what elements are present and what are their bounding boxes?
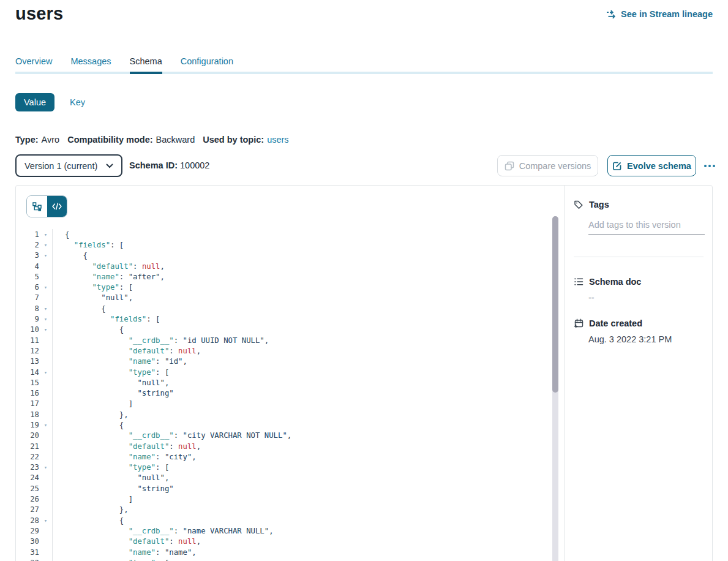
- code-content: {: [52, 250, 88, 261]
- code-content: "name": "name",: [52, 547, 197, 557]
- tag-icon: [574, 200, 584, 209]
- compare-versions-icon: [505, 161, 514, 171]
- code-content: "string": [52, 388, 174, 398]
- date-created-value: Aug. 3 2022 3:21 PM: [588, 334, 672, 344]
- code-line: 28▾ {: [16, 515, 552, 525]
- code-content: {: [52, 229, 69, 239]
- version-select-value: Version 1 (current): [24, 161, 97, 171]
- code-line: 9▾ "fields": [: [16, 314, 552, 324]
- code-line: 7 "null",: [16, 293, 552, 303]
- line-number: 28: [16, 516, 39, 525]
- fold-toggle-icon[interactable]: ▾: [39, 326, 52, 333]
- editor-view-toggle: [26, 195, 67, 217]
- fold-toggle-icon[interactable]: ▾: [39, 422, 52, 428]
- code-line: 26 ]: [16, 494, 552, 504]
- tab-underline-track: [15, 72, 713, 74]
- topic-link[interactable]: users: [267, 135, 288, 145]
- version-select[interactable]: Version 1 (current): [15, 154, 122, 177]
- line-number: 14: [16, 368, 39, 377]
- line-number: 21: [16, 442, 39, 451]
- line-number: 17: [16, 399, 39, 408]
- code-line: 13 "name": "id",: [16, 356, 552, 367]
- schema-meta-row: Type: Avro Compatibility mode: Backward …: [15, 135, 297, 145]
- code-line: 32▾ "type": [: [16, 557, 552, 561]
- add-tags-input[interactable]: [588, 217, 705, 235]
- line-number: 2: [16, 241, 39, 249]
- evolve-schema-button[interactable]: Evolve schema: [607, 155, 696, 176]
- schema-id-value: 100002: [180, 160, 209, 170]
- code-view-button[interactable]: [47, 196, 67, 217]
- fold-toggle-icon[interactable]: ▾: [39, 306, 52, 312]
- stream-lineage-label: See in Stream lineage: [621, 9, 713, 19]
- line-number: 32: [16, 559, 39, 561]
- tree-view-button[interactable]: [27, 196, 47, 217]
- value-tab-button[interactable]: Value: [15, 93, 54, 111]
- schema-code-editor[interactable]: 1▾{2▾ "fields": [3▾ {4 "default": null,5…: [16, 229, 552, 561]
- code-line: 19▾ {: [16, 420, 552, 430]
- code-line: 25 "string": [16, 483, 552, 494]
- fold-toggle-icon[interactable]: ▾: [39, 232, 52, 238]
- code-content: "default": null,: [52, 441, 201, 451]
- code-line: 24 "null",: [16, 473, 552, 483]
- tab-bar: Overview Messages Schema Configuration: [15, 54, 713, 74]
- compatibility-value: Backward: [156, 135, 195, 145]
- value-key-toggle: Value Key: [15, 93, 85, 111]
- line-number: 6: [16, 283, 39, 292]
- code-line: 3▾ {: [16, 250, 552, 261]
- line-number: 20: [16, 431, 39, 440]
- line-number: 23: [16, 463, 39, 472]
- line-number: 25: [16, 484, 39, 493]
- code-content: "fields": [: [52, 239, 124, 250]
- fold-toggle-icon[interactable]: ▾: [39, 252, 52, 258]
- evolve-schema-label: Evolve schema: [627, 161, 691, 171]
- line-number: 12: [16, 347, 39, 355]
- line-number: 29: [16, 527, 39, 535]
- stream-lineage-icon: [606, 10, 617, 19]
- stream-lineage-link[interactable]: See in Stream lineage: [606, 9, 713, 19]
- code-line: 22 "name": "city",: [16, 451, 552, 462]
- compare-versions-button[interactable]: Compare versions: [497, 155, 598, 176]
- code-line: 23▾ "type": [: [16, 462, 552, 473]
- code-content: "null",: [52, 293, 133, 303]
- code-line: 27 },: [16, 505, 552, 515]
- fold-toggle-icon[interactable]: ▾: [39, 369, 52, 375]
- tab-schema[interactable]: Schema: [130, 54, 162, 74]
- editor-scrollbar-thumb[interactable]: [552, 216, 558, 393]
- more-options-button[interactable]: [700, 155, 719, 176]
- line-number: 1: [16, 230, 39, 239]
- schema-doc-heading: Schema doc: [574, 277, 641, 287]
- code-line: 6▾ "type": [: [16, 282, 552, 292]
- code-content: "__crdb__": "name VARCHAR NULL",: [52, 525, 274, 536]
- code-line: 20 "__crdb__": "city VARCHAR NOT NULL",: [16, 431, 552, 441]
- line-number: 16: [16, 389, 39, 397]
- tags-divider: [574, 257, 704, 257]
- code-content: "name": "after",: [52, 271, 165, 282]
- calendar-add-icon: [574, 318, 584, 328]
- fold-toggle-icon[interactable]: ▾: [39, 316, 52, 322]
- code-content: {: [52, 303, 106, 314]
- schema-doc-value: --: [588, 293, 595, 303]
- list-icon: [574, 277, 584, 287]
- key-tab-button[interactable]: Key: [70, 97, 85, 107]
- schema-id-label: Schema ID:: [129, 160, 178, 170]
- fold-toggle-icon[interactable]: ▾: [39, 284, 52, 290]
- code-content: ]: [52, 399, 133, 409]
- code-content: "default": null,: [52, 537, 201, 547]
- code-line: 17 ]: [16, 399, 552, 409]
- fold-toggle-icon[interactable]: ▾: [39, 518, 52, 524]
- code-content: "name": "id",: [52, 356, 187, 367]
- line-number: 13: [16, 357, 39, 366]
- code-line: 10▾ {: [16, 325, 552, 335]
- code-content: ]: [52, 494, 133, 504]
- editor-scrollbar-track[interactable]: [552, 216, 558, 561]
- fold-toggle-icon[interactable]: ▾: [39, 464, 52, 470]
- line-number: 10: [16, 325, 39, 334]
- code-line: 12 "default": null,: [16, 345, 552, 356]
- code-content: "fields": [: [52, 314, 160, 324]
- code-line: 29 "__crdb__": "name VARCHAR NULL",: [16, 525, 552, 536]
- code-line: 16 "string": [16, 388, 552, 398]
- line-number: 26: [16, 495, 39, 503]
- line-number: 4: [16, 262, 39, 271]
- line-number: 11: [16, 336, 39, 345]
- fold-toggle-icon[interactable]: ▾: [39, 242, 52, 248]
